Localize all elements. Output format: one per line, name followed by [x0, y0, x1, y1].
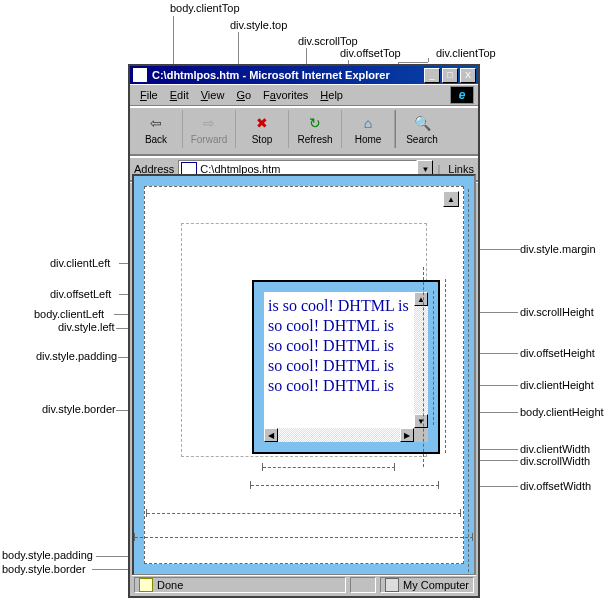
callout-div-style-margin: div.style.margin: [520, 242, 596, 256]
callout-body-clientTop: body.clientTop: [170, 1, 240, 15]
cap: [438, 481, 439, 489]
measure-body-clientHeight: [468, 189, 469, 577]
cap: [460, 509, 461, 517]
measure-div-offsetHeight: [445, 279, 446, 453]
stop-label: Stop: [252, 134, 273, 145]
callout-div-style-top: div.style.top: [230, 18, 287, 32]
document-icon: [139, 578, 153, 592]
leader: [428, 58, 429, 62]
div-client-box: is so cool! DHTML is so cool! DHTML is s…: [264, 292, 428, 442]
computer-icon: [385, 578, 399, 592]
body-scroll-up-button[interactable]: ▲: [443, 191, 459, 207]
ie-window: C:\dhtmlpos.htm - Microsoft Internet Exp…: [128, 64, 480, 598]
menubar: File Edit View Go Favorites Help e FileE…: [130, 84, 478, 105]
measure-div-clientHeight: [433, 291, 434, 425]
refresh-label: Refresh: [297, 134, 332, 145]
cap: [394, 463, 395, 471]
callout-body-clientHeight: body.clientHeight: [520, 405, 604, 419]
status-done-pane: Done: [134, 577, 346, 593]
cap: [134, 533, 135, 541]
callout-div-style-padding: div.style.padding: [36, 349, 117, 363]
menu-view[interactable]: View: [201, 89, 225, 101]
toolbar: ⇦Back ⇨Forward ✖Stop ↻Refresh ⌂Home 🔍Sea…: [130, 107, 478, 155]
leader: [398, 62, 428, 63]
scroll-up-button[interactable]: ▲: [414, 292, 428, 306]
scrollbar-corner: [414, 428, 428, 442]
scroll-down-button[interactable]: ▼: [414, 414, 428, 428]
scroll-right-button[interactable]: ▶: [400, 428, 414, 442]
back-label: Back: [145, 134, 167, 145]
ie-logo-icon: e: [450, 86, 474, 104]
body-box: ▲ is so cool! DHTML is so cool! DHTML is…: [144, 186, 464, 564]
search-icon: 🔍: [413, 114, 431, 132]
minimize-button[interactable]: _: [424, 68, 440, 83]
div-scrollbar-vertical[interactable]: ▲ ▼: [414, 292, 428, 428]
menu-file[interactable]: File: [140, 89, 158, 101]
titlebar[interactable]: C:\dhtmlpos.htm - Microsoft Internet Exp…: [130, 66, 478, 84]
back-button[interactable]: ⇦Back: [130, 110, 183, 148]
callout-div-offsetLeft: div.offsetLeft: [50, 287, 111, 301]
div-offset-box: is so cool! DHTML is so cool! DHTML is s…: [252, 280, 440, 454]
div-content-text: is so cool! DHTML is so cool! DHTML is s…: [266, 294, 412, 426]
measure-div-offsetWidth: [251, 485, 439, 486]
callout-div-style-border: div.style.border: [42, 402, 116, 416]
status-zone-pane: My Computer: [380, 577, 474, 593]
cap: [472, 533, 473, 541]
callout-div-offsetTop: div.offsetTop: [340, 46, 401, 60]
home-button[interactable]: ⌂Home: [342, 110, 395, 148]
diagram-canvas: body.clientTop div.style.top div.scrollT…: [0, 0, 616, 608]
callout-div-clientHeight: div.clientHeight: [520, 378, 594, 392]
callout-body-clientLeft: body.clientLeft: [34, 307, 104, 321]
scroll-left-button[interactable]: ◀: [264, 428, 278, 442]
div-scrollbar-horizontal[interactable]: ◀ ▶: [264, 428, 414, 442]
menu-favorites[interactable]: Favorites: [263, 89, 308, 101]
page-viewport: ▲ is so cool! DHTML is so cool! DHTML is…: [132, 174, 476, 576]
measure-body-offsetWidth: [135, 537, 473, 538]
search-label: Search: [406, 134, 438, 145]
cap: [250, 481, 251, 489]
callout-div-offsetHeight: div.offsetHeight: [520, 346, 595, 360]
callout-div-scrollHeight: div.scrollHeight: [520, 305, 594, 319]
document-icon: [132, 67, 148, 83]
cap: [262, 463, 263, 471]
home-label: Home: [355, 134, 382, 145]
window-title: C:\dhtmlpos.htm - Microsoft Internet Exp…: [152, 69, 422, 81]
callout-div-clientTop: div.clientTop: [436, 46, 496, 60]
status-bar: Done My Computer: [132, 575, 476, 594]
refresh-button[interactable]: ↻Refresh: [289, 110, 342, 148]
measure-div-scrollHeight: [423, 267, 424, 467]
status-pane: [350, 577, 376, 593]
close-button[interactable]: X: [460, 68, 476, 83]
search-button[interactable]: 🔍Search: [395, 110, 448, 148]
callout-div-style-left: div.style.left: [58, 320, 115, 334]
menu-help[interactable]: Help: [320, 89, 343, 101]
measure-div-clientWidth: [263, 467, 395, 468]
stop-button[interactable]: ✖Stop: [236, 110, 289, 148]
callout-body-style-border: body.style.border: [2, 562, 86, 576]
refresh-icon: ↻: [306, 114, 324, 132]
callout-div-clientLeft: div.clientLeft: [50, 256, 110, 270]
stop-icon: ✖: [253, 114, 271, 132]
home-icon: ⌂: [359, 114, 377, 132]
arrow-left-icon: ⇦: [147, 114, 165, 132]
forward-button[interactable]: ⇨Forward: [183, 110, 236, 148]
menu-edit[interactable]: Edit: [170, 89, 189, 101]
status-zone-text: My Computer: [403, 579, 469, 591]
cap: [146, 509, 147, 517]
status-done-text: Done: [157, 579, 183, 591]
menu-go[interactable]: Go: [236, 89, 251, 101]
measure-body-clientWidth: [147, 513, 461, 514]
callout-body-style-padding: body.style.padding: [2, 548, 93, 562]
callout-div-offsetWidth: div.offsetWidth: [520, 479, 591, 493]
callout-div-scrollWidth: div.scrollWidth: [520, 454, 590, 468]
forward-label: Forward: [191, 134, 228, 145]
arrow-right-icon: ⇨: [200, 114, 218, 132]
div-margin-box: is so cool! DHTML is so cool! DHTML is s…: [181, 223, 427, 457]
maximize-button[interactable]: □: [442, 68, 458, 83]
